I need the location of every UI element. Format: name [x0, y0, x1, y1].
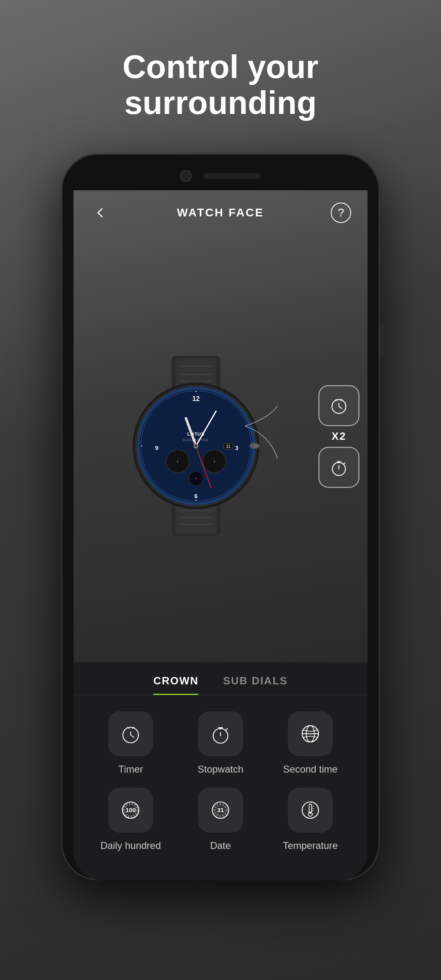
- svg-text:9: 9: [155, 445, 158, 451]
- option-stopwatch[interactable]: Stopwatch: [180, 711, 261, 775]
- svg-line-60: [226, 728, 227, 730]
- svg-text:12: 12: [192, 395, 200, 402]
- temperature-label: Temperature: [283, 839, 338, 852]
- svg-point-27: [214, 461, 215, 462]
- headline-line1: Control your: [122, 49, 318, 85]
- phone-top-bar: [61, 154, 380, 190]
- headline: Control your surrounding: [57, 49, 384, 121]
- tab-sub-dials[interactable]: SUB DIALS: [223, 675, 287, 695]
- second-time-label: Second time: [283, 763, 337, 775]
- svg-point-38: [195, 445, 197, 447]
- svg-rect-1: [176, 358, 216, 387]
- phone-screen: WATCH FACE ?: [74, 190, 368, 880]
- option-daily-hundred[interactable]: 100 Daily hundred: [90, 788, 172, 852]
- callout-container: X2: [318, 385, 359, 488]
- x2-label: X2: [332, 430, 346, 443]
- svg-rect-3: [176, 505, 216, 534]
- date-icon-box: 31: [198, 788, 243, 833]
- stopwatch-icon-box: [198, 711, 243, 756]
- timer-label: Timer: [118, 763, 143, 775]
- phone-speaker: [204, 173, 261, 179]
- timer-icon-box: [108, 711, 153, 756]
- svg-line-50: [344, 463, 345, 464]
- second-time-icon-box: [288, 711, 333, 756]
- svg-text:3: 3: [235, 445, 238, 451]
- svg-text:100: 100: [125, 806, 136, 813]
- help-icon: ?: [338, 206, 344, 219]
- option-timer[interactable]: Timer: [90, 711, 172, 775]
- svg-point-25: [177, 461, 178, 462]
- svg-text:31: 31: [226, 444, 231, 449]
- svg-text:31: 31: [217, 806, 224, 813]
- tabs-container: CROWN SUB DIALS: [74, 662, 368, 695]
- watch-area: 12 3 6 9 3: [74, 231, 368, 662]
- screen-title: WATCH FACE: [177, 206, 264, 219]
- tab-crown[interactable]: CROWN: [153, 675, 198, 695]
- svg-line-43: [339, 406, 342, 408]
- svg-point-29: [196, 478, 197, 479]
- option-temperature[interactable]: Temperature: [270, 788, 351, 852]
- headline-line2: surrounding: [124, 85, 316, 121]
- temperature-icon-box: [288, 788, 333, 833]
- svg-text:CONNECTED: CONNECTED: [183, 439, 209, 441]
- phone-side-button: [380, 325, 383, 358]
- stopwatch-label: Stopwatch: [198, 763, 243, 775]
- option-second-time[interactable]: Second time: [270, 711, 351, 775]
- daily-hundred-icon-box: 100: [108, 788, 153, 833]
- svg-text:6: 6: [194, 493, 198, 499]
- options-grid: Timer Stopwatch: [74, 695, 368, 860]
- daily-hundred-label: Daily hundred: [100, 839, 161, 852]
- phone-shell: WATCH FACE ?: [61, 154, 380, 880]
- svg-point-70: [302, 802, 318, 818]
- back-button[interactable]: [90, 203, 110, 223]
- bottom-panel: CROWN SUB DIALS: [74, 662, 368, 880]
- svg-line-53: [131, 735, 134, 737]
- phone-camera: [180, 170, 192, 182]
- option-date[interactable]: 31 Date: [180, 788, 261, 852]
- date-label: Date: [210, 839, 231, 852]
- svg-rect-71: [309, 804, 312, 813]
- app-header: WATCH FACE ?: [74, 190, 368, 231]
- help-button[interactable]: ?: [331, 203, 351, 223]
